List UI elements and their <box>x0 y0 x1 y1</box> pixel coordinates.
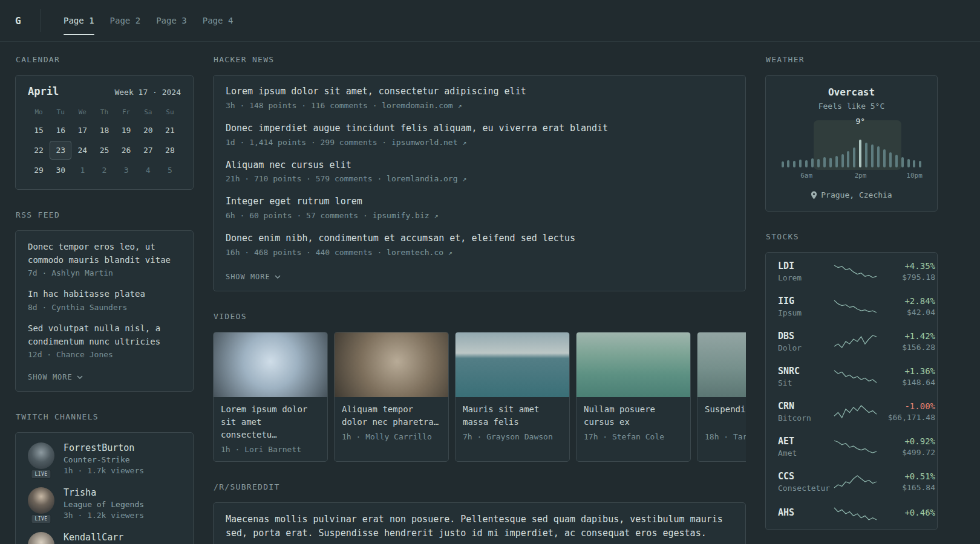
video-title[interactable]: Aliquam tempor dolor nec pharetra… <box>342 403 441 429</box>
video-card[interactable]: Mauris sit amet massa felis 7h · Grayson… <box>455 332 570 462</box>
calendar-day[interactable]: 21 <box>159 121 181 140</box>
calendar-month: April <box>28 85 59 97</box>
hn-item: Integer eget rutrum lorem 6h · 60 points… <box>226 195 733 220</box>
calendar-dow: Sa <box>137 103 159 120</box>
hn-meta-text: 3h · 148 points · 116 comments · <box>226 101 382 110</box>
twitch-channel: KendallCarr <box>28 532 181 544</box>
calendar-day-next-month[interactable]: 2 <box>93 161 115 180</box>
calendar-day[interactable]: 29 <box>28 161 50 180</box>
tab-page-2[interactable]: Page 2 <box>102 0 149 42</box>
weather-current-temp: 9° <box>856 117 866 126</box>
stock-symbol[interactable]: SNRC <box>778 366 834 377</box>
calendar-day[interactable]: 24 <box>71 141 93 160</box>
video-card[interactable]: Nullam posuere cursus ex 17h · Stefan Co… <box>576 332 691 462</box>
stock-change: +2.84% <box>877 296 935 306</box>
stock-row: AETAmet +0.92%$499.72 <box>778 429 925 464</box>
stock-symbol[interactable]: AHS <box>778 507 834 518</box>
twitch-channel-game: League of Legends <box>64 500 144 509</box>
rss-show-more-button[interactable]: SHOW MORE <box>28 373 83 381</box>
rss-item-title[interactable]: In hac habitasse platea <box>28 288 181 301</box>
stock-symbol[interactable]: DBS <box>778 331 834 342</box>
rss-item-title[interactable]: Donec tempor eros leo, ut commodo mauris… <box>28 241 181 267</box>
avatar[interactable] <box>28 442 54 469</box>
hn-item-title[interactable]: Donec imperdiet augue tincidunt felis al… <box>226 122 733 135</box>
video-title[interactable]: Suspendisse diam <box>705 403 746 429</box>
hn-item-title[interactable]: Donec enim nibh, condimentum et accumsan… <box>226 232 733 245</box>
stock-name: Sit <box>778 378 834 387</box>
hn-item-domain-link[interactable]: loremlandia.org <box>387 174 457 183</box>
hn-item-meta: 16h · 468 points · 440 comments · loremt… <box>226 248 733 257</box>
weather-location[interactable]: Prague, Czechia <box>811 190 892 199</box>
calendar-day-next-month[interactable]: 4 <box>137 161 159 180</box>
video-title[interactable]: Nullam posuere cursus ex <box>584 403 683 429</box>
hn-item-title[interactable]: Integer eget rutrum lorem <box>226 195 733 209</box>
video-card[interactable]: Lorem ipsum dolor sit amet consectetu… 1… <box>213 332 328 462</box>
tab-page-4[interactable]: Page 4 <box>195 0 241 42</box>
weather-time-label: 10pm <box>906 172 923 180</box>
stock-change: +1.42% <box>877 331 935 341</box>
hn-item-domain-link[interactable]: ipsumify.biz <box>373 211 430 220</box>
calendar-day-selected[interactable]: 23 <box>50 141 71 160</box>
video-card[interactable]: Aliquam tempor dolor nec pharetra… 1h · … <box>334 332 449 462</box>
twitch-avatar-wrap: LIVE <box>28 487 54 520</box>
stock-symbol[interactable]: AET <box>778 436 834 447</box>
video-thumbnail[interactable] <box>456 332 569 397</box>
calendar-day[interactable]: 25 <box>93 141 115 160</box>
calendar-day[interactable]: 20 <box>137 121 159 140</box>
calendar-day[interactable]: 30 <box>50 161 71 180</box>
weather-condition: Overcast <box>778 86 925 98</box>
hn-item-domain-link[interactable]: loremtech.co <box>387 248 443 257</box>
stock-symbol[interactable]: IIG <box>778 296 834 306</box>
calendar-day[interactable]: 16 <box>50 121 71 140</box>
video-thumbnail[interactable] <box>214 332 327 397</box>
video-title[interactable]: Mauris sit amet massa felis <box>463 403 562 429</box>
twitch-channel-name[interactable]: Trisha <box>64 487 144 498</box>
twitch-channel-name[interactable]: KendallCarr <box>64 532 123 543</box>
calendar-day[interactable]: 26 <box>116 141 137 160</box>
twitch-channel-meta: 1h · 1.7k viewers <box>64 466 144 475</box>
tab-page-1[interactable]: Page 1 <box>56 0 102 42</box>
calendar-day[interactable]: 15 <box>28 121 50 140</box>
video-thumbnail[interactable] <box>335 332 448 397</box>
video-thumbnail[interactable] <box>577 332 690 397</box>
avatar[interactable] <box>28 487 54 514</box>
external-link-icon: ↗ <box>434 212 438 220</box>
hn-item-meta: 6h · 60 points · 57 comments · ipsumify.… <box>226 211 733 220</box>
stock-symbol[interactable]: CRN <box>778 401 834 412</box>
calendar-day[interactable]: 22 <box>28 141 50 160</box>
stock-symbol[interactable]: CCS <box>778 471 834 482</box>
app-logo[interactable]: G <box>15 15 41 27</box>
calendar-day[interactable]: 17 <box>71 121 93 140</box>
twitch-avatar-wrap <box>28 532 54 544</box>
twitch-avatar-wrap: LIVE <box>28 442 54 475</box>
video-card[interactable]: Suspendisse diam 18h · Tara <box>697 332 746 462</box>
calendar-day-next-month[interactable]: 1 <box>71 161 93 180</box>
top-nav: G Page 1 Page 2 Page 3 Page 4 <box>0 0 980 42</box>
stock-price: $156.28 <box>877 343 935 352</box>
calendar-day[interactable]: 27 <box>137 141 159 160</box>
calendar-day[interactable]: 28 <box>159 141 181 160</box>
hn-item-title[interactable]: Aliquam nec cursus elit <box>226 159 733 172</box>
weather-feels-like: Feels like 5°C <box>778 102 925 111</box>
calendar-day-next-month[interactable]: 5 <box>159 161 181 180</box>
twitch-channel: LIVE Trisha League of Legends 3h · 1.2k … <box>28 487 181 520</box>
calendar-day[interactable]: 19 <box>116 121 137 140</box>
hn-item-domain-link[interactable]: ipsumworld.net <box>391 138 458 147</box>
stock-symbol[interactable]: LDI <box>778 261 834 271</box>
tab-page-3[interactable]: Page 3 <box>148 0 195 42</box>
hn-show-more-button[interactable]: SHOW MORE <box>226 273 281 281</box>
video-thumbnail[interactable] <box>697 332 746 397</box>
twitch-channel-meta: 3h · 1.2k viewers <box>64 511 144 520</box>
twitch-widget: TWITCH CHANNELS LIVE ForrestBurton Count… <box>15 412 194 544</box>
weather-widget: WEATHER Overcast Feels like 5°C 9° 6am2p… <box>765 55 938 212</box>
rss-item-title[interactable]: Sed volutpat nulla nisl, a condimentum n… <box>28 322 181 348</box>
calendar-day[interactable]: 18 <box>93 121 115 140</box>
stock-row: CRNBitcorn -1.00%$66,171.48 <box>778 394 925 429</box>
hn-item-title[interactable]: Lorem ipsum dolor sit amet, consectetur … <box>226 85 733 99</box>
calendar-day-next-month[interactable]: 3 <box>116 161 137 180</box>
hn-item-domain-link[interactable]: loremdomain.com <box>382 101 452 110</box>
subreddit-post-title[interactable]: Maecenas mollis pulvinar erat non posuer… <box>226 513 733 541</box>
avatar[interactable] <box>28 532 54 544</box>
twitch-channel-name[interactable]: ForrestBurton <box>64 442 144 453</box>
video-title[interactable]: Lorem ipsum dolor sit amet consectetu… <box>221 403 320 441</box>
